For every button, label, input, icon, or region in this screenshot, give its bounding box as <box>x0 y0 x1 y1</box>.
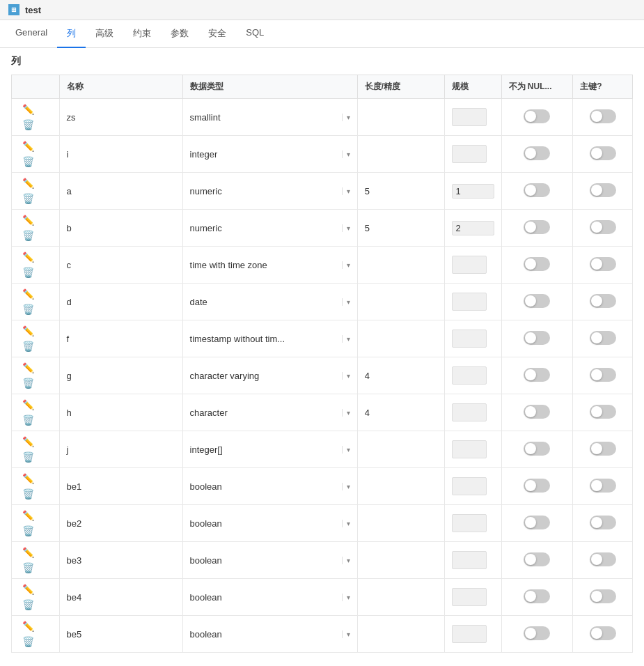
type-select[interactable]: smallint ▾ <box>190 112 350 123</box>
type-dropdown-button[interactable]: ▾ <box>342 298 350 306</box>
edit-button[interactable]: ✏️ <box>20 139 36 154</box>
primary-key-toggle[interactable] <box>590 331 616 345</box>
primary-key-toggle[interactable] <box>590 294 616 308</box>
type-dropdown-button[interactable]: ▾ <box>342 446 350 454</box>
delete-button[interactable]: 🗑️ <box>20 412 36 428</box>
delete-button[interactable]: 🗑️ <box>20 154 36 169</box>
length-input[interactable] <box>365 260 438 270</box>
type-dropdown-button[interactable]: ▾ <box>342 630 350 638</box>
delete-button[interactable]: 🗑️ <box>20 523 36 539</box>
primary-key-toggle[interactable] <box>590 405 616 419</box>
edit-button[interactable]: ✏️ <box>20 619 36 634</box>
type-select[interactable]: boolean ▾ <box>190 555 350 566</box>
delete-button[interactable]: 🗑️ <box>20 449 36 465</box>
delete-button[interactable]: 🗑️ <box>20 486 36 502</box>
type-dropdown-button[interactable]: ▾ <box>342 520 350 527</box>
delete-button[interactable]: 🗑️ <box>20 265 36 280</box>
edit-button[interactable]: ✏️ <box>20 545 36 560</box>
type-select[interactable]: integer[] ▾ <box>190 444 350 455</box>
not-null-toggle[interactable] <box>524 552 550 566</box>
primary-key-toggle[interactable] <box>590 220 616 234</box>
edit-button[interactable]: ✏️ <box>20 102 36 117</box>
primary-key-toggle[interactable] <box>590 146 616 160</box>
delete-button[interactable]: 🗑️ <box>20 339 36 354</box>
tab-general[interactable]: General <box>6 20 57 48</box>
tab-constraints[interactable]: 约束 <box>123 20 161 48</box>
primary-key-toggle[interactable] <box>590 368 616 382</box>
length-input[interactable] <box>365 518 438 529</box>
delete-button[interactable]: 🗑️ <box>20 228 36 243</box>
not-null-toggle[interactable] <box>524 626 550 640</box>
tab-sql[interactable]: SQL <box>236 20 274 48</box>
type-select[interactable]: character varying ▾ <box>190 371 350 381</box>
primary-key-toggle[interactable] <box>590 479 616 493</box>
not-null-toggle[interactable] <box>524 442 550 456</box>
edit-button[interactable]: ✏️ <box>20 286 36 302</box>
length-input[interactable] <box>365 186 438 196</box>
length-input[interactable] <box>365 555 438 566</box>
edit-button[interactable]: ✏️ <box>20 582 36 597</box>
type-select[interactable]: integer ▾ <box>190 149 350 160</box>
edit-button[interactable]: ✏️ <box>20 212 36 228</box>
type-select[interactable]: time with time zone ▾ <box>190 260 350 270</box>
edit-button[interactable]: ✏️ <box>20 434 36 449</box>
edit-button[interactable]: ✏️ <box>20 397 36 412</box>
type-dropdown-button[interactable]: ▾ <box>342 224 350 232</box>
primary-key-toggle[interactable] <box>590 626 616 640</box>
not-null-toggle[interactable] <box>524 368 550 382</box>
not-null-toggle[interactable] <box>524 294 550 308</box>
scale-input[interactable] <box>452 184 494 199</box>
edit-button[interactable]: ✏️ <box>20 471 36 486</box>
edit-button[interactable]: ✏️ <box>20 249 36 265</box>
type-select[interactable]: boolean ▾ <box>190 592 350 603</box>
delete-button[interactable]: 🗑️ <box>20 302 36 317</box>
edit-button[interactable]: ✏️ <box>20 176 36 191</box>
length-input[interactable] <box>365 481 438 492</box>
not-null-toggle[interactable] <box>524 331 550 345</box>
type-dropdown-button[interactable]: ▾ <box>342 187 350 195</box>
delete-button[interactable]: 🗑️ <box>20 634 36 649</box>
tab-params[interactable]: 参数 <box>161 20 198 48</box>
type-dropdown-button[interactable]: ▾ <box>342 483 350 490</box>
type-select[interactable]: timestamp without tim... ▾ <box>190 334 350 344</box>
primary-key-toggle[interactable] <box>590 442 616 456</box>
length-input[interactable] <box>365 149 438 160</box>
length-input[interactable] <box>365 629 438 640</box>
delete-button[interactable]: 🗑️ <box>20 375 36 391</box>
not-null-toggle[interactable] <box>524 479 550 493</box>
type-select[interactable]: boolean ▾ <box>190 629 350 640</box>
type-dropdown-button[interactable]: ▾ <box>342 335 350 343</box>
delete-button[interactable]: 🗑️ <box>20 597 36 612</box>
type-dropdown-button[interactable]: ▾ <box>342 557 350 564</box>
type-select[interactable]: character ▾ <box>190 408 350 418</box>
type-dropdown-button[interactable]: ▾ <box>342 150 350 158</box>
type-dropdown-button[interactable]: ▾ <box>342 114 350 121</box>
delete-button[interactable]: 🗑️ <box>20 191 36 206</box>
not-null-toggle[interactable] <box>524 257 550 271</box>
primary-key-toggle[interactable] <box>590 183 616 197</box>
primary-key-toggle[interactable] <box>590 516 616 529</box>
not-null-toggle[interactable] <box>524 589 550 603</box>
length-input[interactable] <box>365 444 438 455</box>
not-null-toggle[interactable] <box>524 405 550 419</box>
length-input[interactable] <box>365 408 438 418</box>
tab-advanced[interactable]: 高级 <box>86 20 123 48</box>
type-select[interactable]: boolean ▾ <box>190 518 350 529</box>
not-null-toggle[interactable] <box>524 516 550 529</box>
tab-columns[interactable]: 列 <box>57 20 86 48</box>
type-dropdown-button[interactable]: ▾ <box>342 594 350 601</box>
length-input[interactable] <box>365 592 438 603</box>
type-select[interactable]: numeric ▾ <box>190 186 350 196</box>
edit-button[interactable]: ✏️ <box>20 323 36 339</box>
length-input[interactable] <box>365 371 438 381</box>
primary-key-toggle[interactable] <box>590 552 616 566</box>
type-dropdown-button[interactable]: ▾ <box>342 372 350 380</box>
length-input[interactable] <box>365 112 438 123</box>
primary-key-toggle[interactable] <box>590 109 616 123</box>
delete-button[interactable]: 🗑️ <box>20 117 36 132</box>
scale-input[interactable] <box>452 221 494 235</box>
type-select[interactable]: date ▾ <box>190 297 350 307</box>
tab-security[interactable]: 安全 <box>198 20 236 48</box>
not-null-toggle[interactable] <box>524 220 550 234</box>
length-input[interactable] <box>365 223 438 233</box>
